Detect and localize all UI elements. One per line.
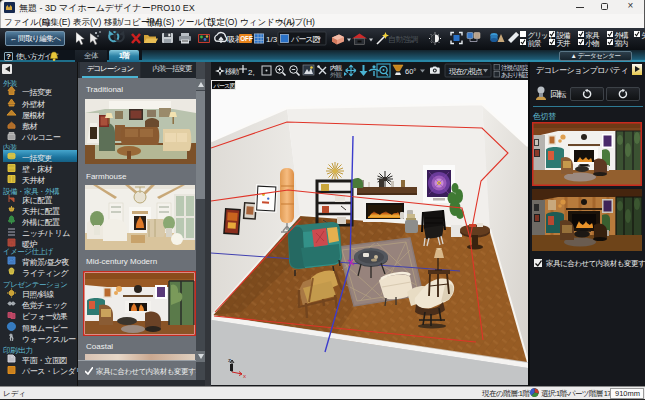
- svg-text:1/3: 1/3: [266, 35, 278, 44]
- svg-text:2,: 2,: [248, 68, 255, 77]
- svg-text:移動: 移動: [225, 67, 240, 76]
- svg-text:現在の視点: 現在の視点: [449, 67, 483, 76]
- svg-text:あおり補正: あおり補正: [501, 71, 528, 79]
- svg-text:パース図: パース図: [290, 35, 319, 44]
- svg-text:自動強調: 自動強調: [388, 35, 419, 44]
- svg-text:OFF: OFF: [240, 35, 253, 42]
- svg-text:矢印: 矢印: [642, 31, 645, 40]
- svg-text:60°: 60°: [405, 67, 416, 76]
- svg-text:外観: 外観: [330, 71, 343, 79]
- svg-text:x: x: [243, 373, 246, 379]
- svg-text:パース図: パース図: [213, 83, 236, 90]
- svg-text:室内: 室内: [615, 39, 629, 48]
- svg-text:小物: 小物: [585, 39, 600, 48]
- svg-text:前景: 前景: [528, 39, 543, 48]
- svg-text:天井: 天井: [557, 39, 572, 48]
- svg-text:z: z: [228, 357, 231, 363]
